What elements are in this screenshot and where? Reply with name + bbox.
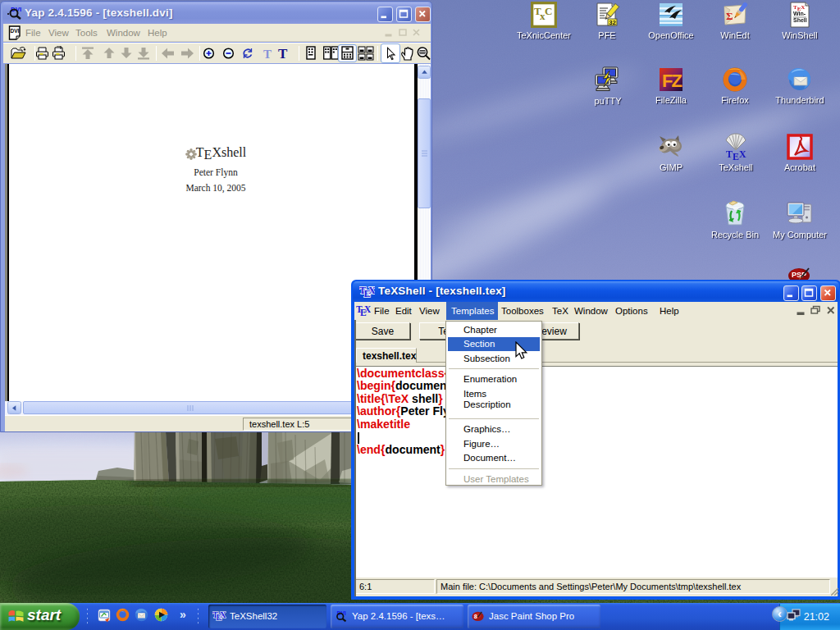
svg-text:32: 32 (609, 19, 616, 26)
svg-text:X: X (368, 285, 375, 296)
svg-text:DVI: DVI (11, 28, 20, 34)
svg-text:T: T (278, 46, 288, 61)
svg-text:X: X (364, 304, 371, 314)
svg-text:T: T (263, 48, 272, 61)
svg-text:Shell: Shell (793, 17, 807, 23)
svg-text:8: 8 (474, 614, 477, 619)
svg-text:Win-: Win- (793, 11, 806, 16)
svg-text:X: X (220, 609, 226, 619)
svg-text:Σ: Σ (726, 10, 733, 22)
svg-text:C: C (545, 5, 552, 17)
svg-text:TEX: TEX (726, 148, 746, 160)
svg-text:FZ: FZ (662, 71, 682, 91)
